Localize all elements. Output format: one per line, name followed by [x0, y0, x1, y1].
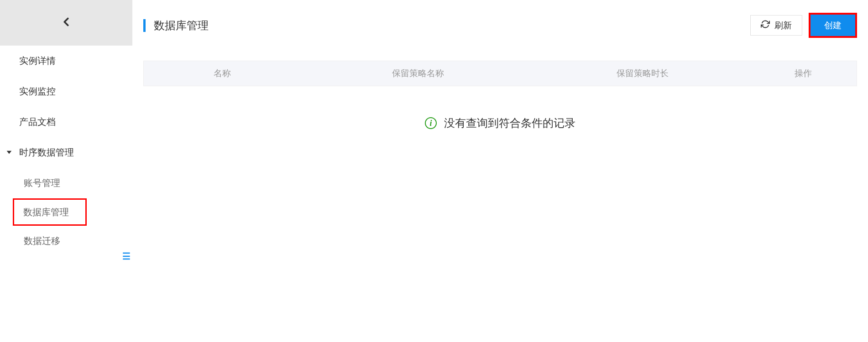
sidebar-item-label: 实例监控	[19, 85, 56, 98]
page-title-wrap: 数据库管理	[143, 18, 209, 33]
title-accent-bar	[143, 19, 146, 32]
page-title: 数据库管理	[154, 18, 209, 33]
empty-state-text: 没有查询到符合条件的记录	[444, 116, 575, 130]
data-table: 名称 保留策略名称 保留策略时长 操作 i 没有查询到符合条件的记录	[143, 61, 857, 130]
refresh-icon	[761, 20, 770, 31]
sidebar-item-label: 数据迁移	[24, 235, 60, 247]
table-header-row: 名称 保留策略名称 保留策略时长 操作	[143, 61, 857, 86]
table-header-name: 名称	[144, 67, 301, 79]
back-icon[interactable]	[59, 15, 73, 31]
header-actions: 刷新 创建	[750, 13, 857, 38]
sidebar-item-account-management[interactable]: 账号管理	[0, 168, 132, 198]
svg-marker-0	[7, 150, 12, 154]
caret-down-icon	[5, 147, 13, 158]
sidebar-item-timeseries-data-management[interactable]: 时序数据管理	[0, 137, 132, 168]
page-header: 数据库管理 刷新 创建	[143, 13, 857, 38]
sidebar-item-database-management[interactable]: 数据库管理	[13, 198, 87, 226]
sidebar-item-label: 产品文档	[19, 116, 56, 128]
sidebar-item-label: 时序数据管理	[19, 146, 74, 159]
table-header-action: 操作	[750, 67, 857, 79]
menu-collapse-icon: ☰	[122, 251, 131, 262]
sidebar-item-instance-details[interactable]: 实例详情	[0, 46, 132, 76]
table-header-policy-name: 保留策略名称	[301, 67, 536, 79]
main-content: 数据库管理 刷新 创建 名称 保留策略名称 保留策略时长	[132, 0, 868, 342]
refresh-button[interactable]: 刷新	[750, 15, 802, 36]
empty-state: i 没有查询到符合条件的记录	[143, 86, 857, 130]
sidebar-item-instance-monitoring[interactable]: 实例监控	[0, 76, 132, 107]
sidebar: 实例详情 实例监控 产品文档 时序数据管理 账号管理 数据库管理 数据迁移 ☰	[0, 0, 132, 342]
sidebar-item-product-docs[interactable]: 产品文档	[0, 107, 132, 137]
table-header-policy-duration: 保留策略时长	[536, 67, 750, 79]
sidebar-menu: 实例详情 实例监控 产品文档 时序数据管理 账号管理 数据库管理 数据迁移	[0, 46, 132, 256]
collapse-sidebar-button[interactable]: ☰	[120, 250, 132, 262]
sidebar-item-label: 实例详情	[19, 55, 56, 67]
sidebar-item-label: 账号管理	[24, 177, 60, 189]
sidebar-item-label: 数据库管理	[23, 206, 69, 218]
create-button-label: 创建	[824, 20, 842, 31]
sidebar-header	[0, 0, 132, 46]
refresh-button-label: 刷新	[774, 20, 792, 31]
info-icon: i	[425, 117, 437, 129]
create-button[interactable]: 创建	[809, 13, 857, 38]
sidebar-item-data-migration[interactable]: 数据迁移	[0, 226, 132, 256]
